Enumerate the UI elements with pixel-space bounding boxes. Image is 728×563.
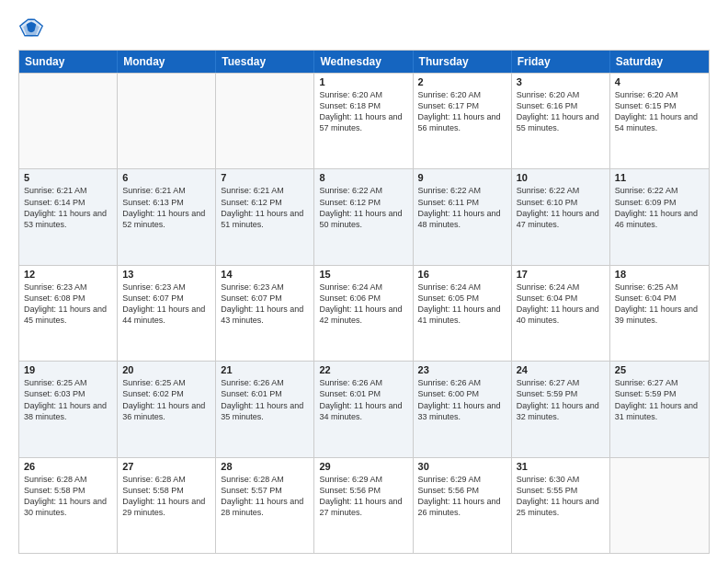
day-info: Sunrise: 6:26 AM Sunset: 6:01 PM Dayligh… [319,377,407,422]
day-number: 15 [319,269,407,280]
day-number: 18 [615,269,704,280]
weekday-header-saturday: Saturday [610,51,709,73]
day-cell-14: 14Sunrise: 6:23 AM Sunset: 6:07 PM Dayli… [216,266,314,361]
calendar-body: 1Sunrise: 6:20 AM Sunset: 6:18 PM Daylig… [19,73,709,553]
day-number: 13 [122,269,210,280]
header [18,15,710,40]
day-cell-25: 25Sunrise: 6:27 AM Sunset: 5:59 PM Dayli… [610,362,709,456]
day-info: Sunrise: 6:28 AM Sunset: 5:58 PM Dayligh… [24,474,112,519]
day-info: Sunrise: 6:20 AM Sunset: 6:17 PM Dayligh… [418,89,506,134]
day-info: Sunrise: 6:21 AM Sunset: 6:14 PM Dayligh… [24,185,112,230]
day-number: 24 [517,364,605,375]
day-cell-2: 2Sunrise: 6:20 AM Sunset: 6:17 PM Daylig… [414,74,512,168]
day-number: 22 [319,364,407,375]
day-cell-9: 9Sunrise: 6:22 AM Sunset: 6:11 PM Daylig… [414,169,512,264]
day-number: 9 [418,172,506,183]
day-cell-29: 29Sunrise: 6:29 AM Sunset: 5:56 PM Dayli… [314,458,413,553]
empty-cell-4-6 [610,458,709,553]
calendar-row-0: 1Sunrise: 6:20 AM Sunset: 6:18 PM Daylig… [19,73,709,168]
day-number: 8 [319,172,407,183]
day-number: 31 [517,461,605,472]
empty-cell-0-2 [216,74,314,168]
day-info: Sunrise: 6:22 AM Sunset: 6:12 PM Dayligh… [319,185,407,230]
day-info: Sunrise: 6:21 AM Sunset: 6:12 PM Dayligh… [221,185,309,230]
day-number: 29 [319,461,407,472]
day-cell-3: 3Sunrise: 6:20 AM Sunset: 6:16 PM Daylig… [512,74,610,168]
day-number: 26 [24,461,112,472]
day-number: 11 [615,172,704,183]
day-number: 4 [615,76,704,87]
calendar-row-1: 5Sunrise: 6:21 AM Sunset: 6:14 PM Daylig… [19,168,709,264]
day-info: Sunrise: 6:28 AM Sunset: 5:57 PM Dayligh… [221,474,309,519]
day-info: Sunrise: 6:24 AM Sunset: 6:05 PM Dayligh… [418,282,506,327]
day-info: Sunrise: 6:26 AM Sunset: 6:00 PM Dayligh… [418,377,506,422]
day-cell-4: 4Sunrise: 6:20 AM Sunset: 6:15 PM Daylig… [610,74,709,168]
day-cell-20: 20Sunrise: 6:25 AM Sunset: 6:02 PM Dayli… [118,362,216,456]
empty-cell-0-0 [19,74,118,168]
day-cell-30: 30Sunrise: 6:29 AM Sunset: 5:56 PM Dayli… [414,458,512,553]
calendar-header: SundayMondayTuesdayWednesdayThursdayFrid… [19,51,709,73]
day-number: 1 [319,76,407,87]
day-number: 17 [517,269,605,280]
day-cell-8: 8Sunrise: 6:22 AM Sunset: 6:12 PM Daylig… [314,169,413,264]
day-cell-31: 31Sunrise: 6:30 AM Sunset: 5:55 PM Dayli… [512,458,610,553]
day-number: 30 [418,461,506,472]
calendar-row-3: 19Sunrise: 6:25 AM Sunset: 6:03 PM Dayli… [19,361,709,456]
day-info: Sunrise: 6:24 AM Sunset: 6:04 PM Dayligh… [517,282,605,327]
logo [18,15,48,40]
day-cell-16: 16Sunrise: 6:24 AM Sunset: 6:05 PM Dayli… [414,266,512,361]
day-number: 27 [122,461,210,472]
day-cell-11: 11Sunrise: 6:22 AM Sunset: 6:09 PM Dayli… [610,169,709,264]
day-cell-28: 28Sunrise: 6:28 AM Sunset: 5:57 PM Dayli… [216,458,314,553]
day-cell-23: 23Sunrise: 6:26 AM Sunset: 6:00 PM Dayli… [414,362,512,456]
empty-cell-0-1 [118,74,216,168]
weekday-header-monday: Monday [118,51,216,73]
day-cell-10: 10Sunrise: 6:22 AM Sunset: 6:10 PM Dayli… [512,169,610,264]
day-number: 14 [221,269,309,280]
day-cell-27: 27Sunrise: 6:28 AM Sunset: 5:58 PM Dayli… [118,458,216,553]
day-number: 23 [418,364,506,375]
calendar-row-2: 12Sunrise: 6:23 AM Sunset: 6:08 PM Dayli… [19,265,709,361]
day-cell-13: 13Sunrise: 6:23 AM Sunset: 6:07 PM Dayli… [118,266,216,361]
day-info: Sunrise: 6:28 AM Sunset: 5:58 PM Dayligh… [122,474,210,519]
day-number: 21 [221,364,309,375]
day-info: Sunrise: 6:22 AM Sunset: 6:10 PM Dayligh… [517,185,605,230]
weekday-header-wednesday: Wednesday [314,51,413,73]
day-info: Sunrise: 6:26 AM Sunset: 6:01 PM Dayligh… [221,377,309,422]
day-info: Sunrise: 6:22 AM Sunset: 6:11 PM Dayligh… [418,185,506,230]
day-info: Sunrise: 6:20 AM Sunset: 6:18 PM Dayligh… [319,89,407,134]
day-info: Sunrise: 6:27 AM Sunset: 5:59 PM Dayligh… [615,377,704,422]
day-number: 5 [24,172,112,183]
day-cell-15: 15Sunrise: 6:24 AM Sunset: 6:06 PM Dayli… [314,266,413,361]
weekday-header-thursday: Thursday [414,51,512,73]
day-info: Sunrise: 6:23 AM Sunset: 6:08 PM Dayligh… [24,282,112,327]
day-cell-5: 5Sunrise: 6:21 AM Sunset: 6:14 PM Daylig… [19,169,118,264]
weekday-header-friday: Friday [512,51,610,73]
day-cell-22: 22Sunrise: 6:26 AM Sunset: 6:01 PM Dayli… [314,362,413,456]
day-info: Sunrise: 6:29 AM Sunset: 5:56 PM Dayligh… [319,474,407,519]
day-info: Sunrise: 6:20 AM Sunset: 6:16 PM Dayligh… [517,89,605,134]
day-number: 10 [517,172,605,183]
day-cell-18: 18Sunrise: 6:25 AM Sunset: 6:04 PM Dayli… [610,266,709,361]
day-cell-24: 24Sunrise: 6:27 AM Sunset: 5:59 PM Dayli… [512,362,610,456]
day-cell-19: 19Sunrise: 6:25 AM Sunset: 6:03 PM Dayli… [19,362,118,456]
day-info: Sunrise: 6:22 AM Sunset: 6:09 PM Dayligh… [615,185,704,230]
day-cell-12: 12Sunrise: 6:23 AM Sunset: 6:08 PM Dayli… [19,266,118,361]
day-number: 12 [24,269,112,280]
day-info: Sunrise: 6:23 AM Sunset: 6:07 PM Dayligh… [221,282,309,327]
day-number: 7 [221,172,309,183]
day-number: 19 [24,364,112,375]
day-info: Sunrise: 6:29 AM Sunset: 5:56 PM Dayligh… [418,474,506,519]
day-cell-17: 17Sunrise: 6:24 AM Sunset: 6:04 PM Dayli… [512,266,610,361]
day-info: Sunrise: 6:25 AM Sunset: 6:02 PM Dayligh… [122,377,210,422]
page: SundayMondayTuesdayWednesdayThursdayFrid… [0,0,728,563]
day-info: Sunrise: 6:23 AM Sunset: 6:07 PM Dayligh… [122,282,210,327]
day-cell-1: 1Sunrise: 6:20 AM Sunset: 6:18 PM Daylig… [314,74,413,168]
day-number: 28 [221,461,309,472]
calendar: SundayMondayTuesdayWednesdayThursdayFrid… [18,50,710,554]
day-cell-21: 21Sunrise: 6:26 AM Sunset: 6:01 PM Dayli… [216,362,314,456]
weekday-header-sunday: Sunday [19,51,118,73]
logo-icon [18,15,44,40]
day-info: Sunrise: 6:20 AM Sunset: 6:15 PM Dayligh… [615,89,704,134]
calendar-row-4: 26Sunrise: 6:28 AM Sunset: 5:58 PM Dayli… [19,457,709,553]
